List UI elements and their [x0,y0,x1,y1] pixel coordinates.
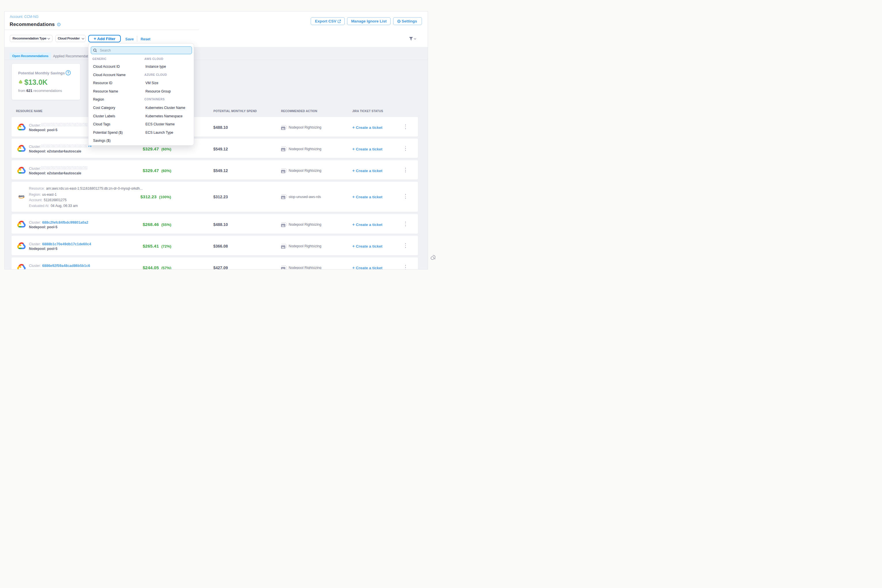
svg-text:aws: aws [18,194,24,198]
svg-text:?: ? [67,71,69,74]
